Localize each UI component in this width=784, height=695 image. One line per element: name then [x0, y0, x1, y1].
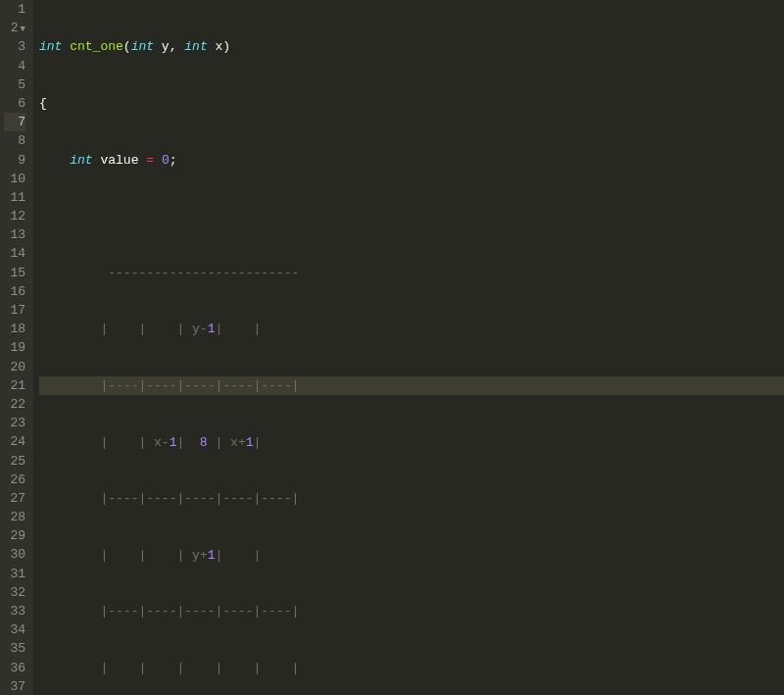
comment: | — [176, 435, 199, 450]
line-number[interactable]: 31 — [4, 565, 25, 583]
code-line[interactable]: | | | y+1| | — [39, 546, 784, 565]
code-line[interactable]: | | x-1| 8 | x+1| — [39, 433, 784, 452]
line-number[interactable]: 19 — [4, 338, 25, 357]
code-line[interactable]: int cnt_one(int y, int x) — [39, 37, 784, 56]
line-number[interactable]: 6 — [4, 94, 25, 113]
line-number[interactable]: 18 — [4, 320, 25, 338]
line-number[interactable]: 11 — [4, 188, 25, 207]
line-number[interactable]: 10 — [4, 170, 25, 188]
operator: = — [146, 153, 154, 168]
code-line[interactable]: ------------------------- — [39, 264, 784, 282]
comment: | | | y+ — [70, 548, 207, 563]
line-number[interactable]: 5 — [4, 75, 25, 94]
line-number[interactable]: 21 — [4, 376, 25, 395]
identifier: y — [162, 39, 170, 54]
line-number[interactable]: 34 — [4, 621, 25, 639]
line-number[interactable]: 4 — [4, 57, 25, 75]
line-number[interactable]: 17 — [4, 301, 25, 320]
line-number[interactable]: 23 — [4, 414, 25, 432]
semicolon: ; — [170, 153, 177, 168]
code-line[interactable]: int value = 0; — [39, 151, 784, 170]
line-number[interactable]: 15 — [4, 264, 25, 282]
line-number[interactable]: 2▼ — [4, 19, 25, 37]
line-number[interactable]: 29 — [4, 526, 25, 545]
line-number[interactable]: 14 — [4, 244, 25, 263]
line-number[interactable]: 13 — [4, 225, 25, 244]
code-line[interactable]: |----|----|----|----|----| — [39, 489, 784, 508]
paren: ( — [123, 39, 131, 54]
comment: |----|----|----|----|----| — [70, 491, 299, 506]
line-number[interactable]: 27 — [4, 489, 25, 508]
line-number[interactable]: 1 — [4, 0, 25, 19]
code-line[interactable]: | | | y-1| | — [39, 320, 784, 338]
paren: ) — [222, 39, 230, 54]
function-name: cnt_one — [70, 39, 123, 54]
code-line[interactable]: |----|----|----|----|----| — [39, 602, 784, 621]
line-number-active[interactable]: 7 — [4, 113, 25, 131]
code-area[interactable]: int cnt_one(int y, int x) { int value = … — [33, 0, 784, 695]
comma: , — [170, 39, 177, 54]
line-number[interactable]: 32 — [4, 583, 25, 602]
line-number[interactable]: 3 — [4, 37, 25, 56]
line-number[interactable]: 16 — [4, 282, 25, 301]
number: 8 — [200, 435, 208, 450]
keyword: int — [39, 39, 62, 54]
line-number[interactable]: 24 — [4, 432, 25, 451]
line-number[interactable]: 9 — [4, 151, 25, 170]
comment: ------------------------- — [70, 266, 299, 280]
fold-icon[interactable]: ▼ — [21, 25, 25, 34]
line-number[interactable]: 22 — [4, 395, 25, 414]
comment: | x+ — [208, 435, 246, 450]
keyword: int — [184, 39, 207, 54]
line-number[interactable]: 20 — [4, 358, 25, 376]
line-number[interactable]: 12 — [4, 207, 25, 225]
line-number[interactable]: 35 — [4, 639, 25, 658]
identifier: value — [100, 153, 138, 168]
code-line[interactable]: |----|----|----|----|----| — [39, 376, 784, 395]
line-number[interactable]: 26 — [4, 471, 25, 489]
code-line[interactable]: | | | | | | — [39, 659, 784, 677]
brace: { — [39, 96, 47, 111]
keyword: int — [131, 39, 154, 54]
comment: |----|----|----|----|----| — [70, 378, 299, 393]
number: 0 — [162, 153, 170, 168]
code-line[interactable] — [39, 207, 784, 225]
line-number[interactable]: 36 — [4, 659, 25, 677]
comment: | | | | | | — [70, 661, 299, 675]
keyword: int — [70, 153, 92, 168]
line-number[interactable]: 33 — [4, 602, 25, 621]
code-line[interactable]: { — [39, 94, 784, 113]
number: 1 — [246, 435, 254, 450]
code-editor[interactable]: 1 2▼ 3 4 5 6 7 8 9 10 11 12 13 14 15 16 … — [0, 0, 784, 695]
line-number[interactable]: 30 — [4, 545, 25, 564]
line-number[interactable]: 28 — [4, 508, 25, 526]
comment: |----|----|----|----|----| — [70, 604, 299, 619]
line-number[interactable]: 8 — [4, 131, 25, 150]
line-number[interactable]: 37 — [4, 677, 25, 695]
line-number[interactable]: 25 — [4, 452, 25, 471]
comment: | | x- — [70, 435, 169, 450]
comment: | | | y- — [70, 322, 207, 336]
comment: | | — [215, 548, 261, 563]
comment: | | — [215, 322, 261, 336]
line-number-gutter[interactable]: 1 2▼ 3 4 5 6 7 8 9 10 11 12 13 14 15 16 … — [0, 0, 33, 695]
comment: | — [254, 435, 262, 450]
